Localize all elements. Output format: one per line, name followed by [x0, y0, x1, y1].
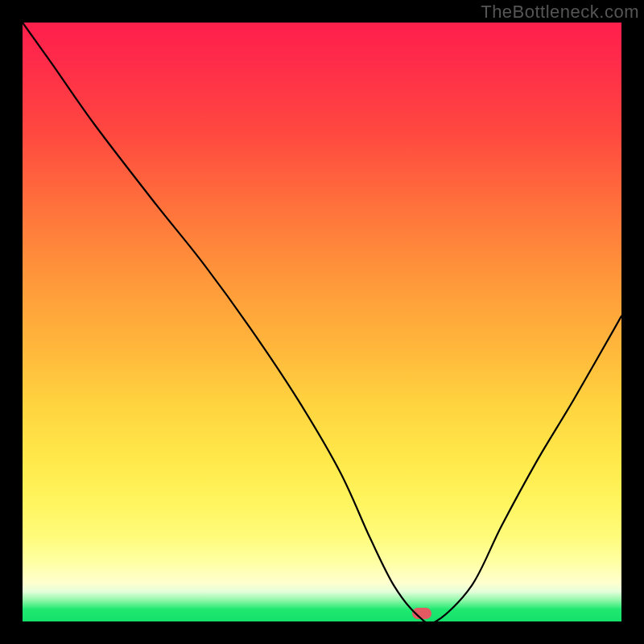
curve-path — [23, 23, 621, 621]
chart-frame: TheBottleneck.com — [0, 0, 644, 644]
bottleneck-curve — [23, 23, 621, 621]
plot-area — [23, 23, 621, 621]
watermark-text: TheBottleneck.com — [481, 2, 639, 23]
